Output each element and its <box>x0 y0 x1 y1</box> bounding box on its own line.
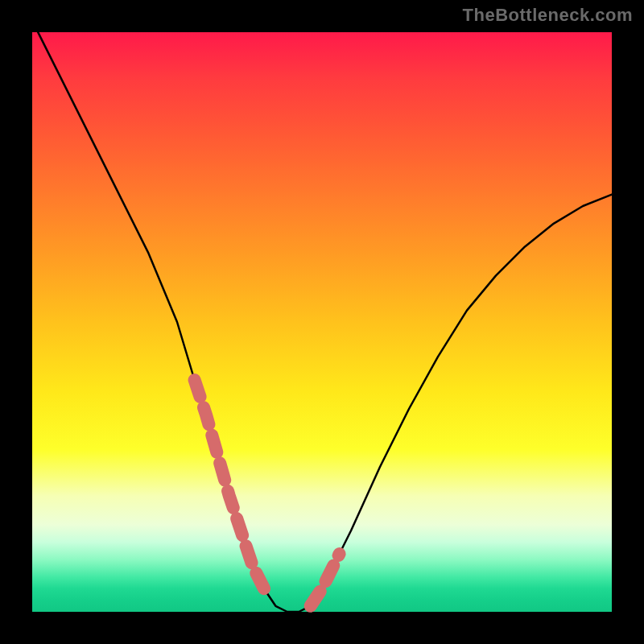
bottleneck-curve <box>32 21 612 612</box>
watermark-text: TheBottleneck.com <box>463 5 633 26</box>
right-ascent-highlight <box>311 554 340 606</box>
chart-frame: TheBottleneck.com <box>0 0 644 644</box>
left-descent-highlight <box>195 380 264 588</box>
plot-area <box>32 32 612 612</box>
curve-svg <box>32 32 612 612</box>
